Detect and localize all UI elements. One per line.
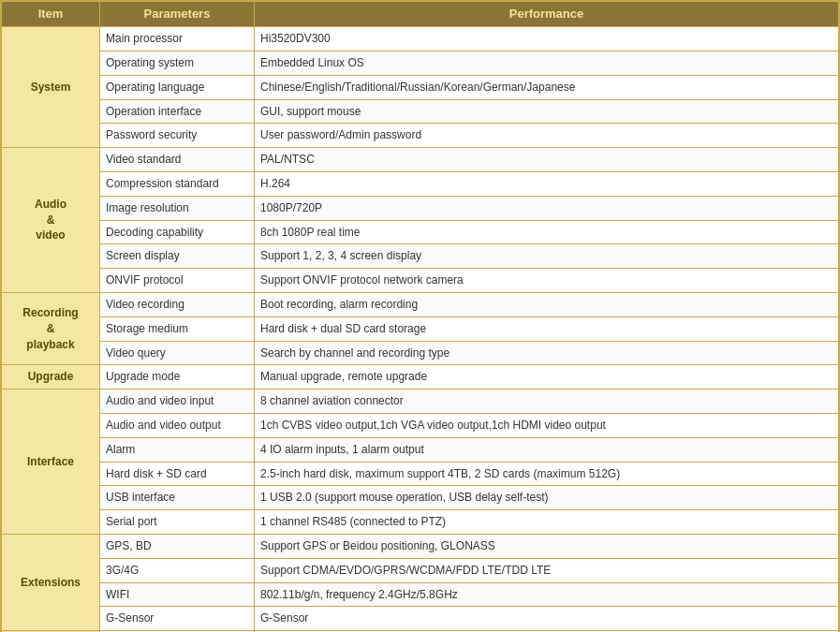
table-row: G-SensorG-Sensor <box>2 607 839 631</box>
table-row: Storage mediumHard disk + dual SD card s… <box>2 316 839 341</box>
param-cell: Operation interface <box>100 99 255 124</box>
spec-table: Item Parameters Performance SystemMain p… <box>1 1 839 632</box>
param-cell: Upgrade mode <box>100 365 255 389</box>
spec-table-wrapper: Item Parameters Performance SystemMain p… <box>0 0 840 632</box>
perf-cell: 8 channel aviation connector <box>255 389 839 414</box>
perf-cell: PAL/NTSC <box>255 148 839 172</box>
param-cell: Audio and video input <box>100 389 255 414</box>
table-row: Audio and video output1ch CVBS video out… <box>2 413 839 437</box>
param-cell: 3G/4G <box>100 558 255 582</box>
perf-cell: Chinese/English/Traditional/Russian/Kore… <box>255 75 839 99</box>
param-cell: WIFI <box>100 582 255 607</box>
perf-cell: Hard disk + dual SD card storage <box>255 316 839 341</box>
table-row: WIFI802.11b/g/n, frequency 2.4GHz/5.8GHz <box>2 582 839 607</box>
param-cell: Main processor <box>100 27 255 51</box>
table-row: Compression standardH.264 <box>2 171 839 196</box>
table-row: Alarm4 IO alarm inputs, 1 alarm output <box>2 437 839 462</box>
param-cell: Video query <box>100 341 255 365</box>
perf-cell: 802.11b/g/n, frequency 2.4GHz/5.8GHz <box>255 582 839 607</box>
perf-cell: User password/Admin password <box>255 124 839 148</box>
table-row: InterfaceAudio and video input8 channel … <box>2 389 839 414</box>
perf-cell: H.264 <box>255 171 839 196</box>
table-row: 3G/4GSupport CDMA/EVDO/GPRS/WCDMA/FDD LT… <box>2 558 839 582</box>
perf-cell: 1 channel RS485 (connected to PTZ) <box>255 510 839 535</box>
table-row: Operating systemEmbedded Linux OS <box>2 51 839 75</box>
table-row: Operating languageChinese/English/Tradit… <box>2 75 839 99</box>
param-cell: Alarm <box>100 437 255 462</box>
param-cell: Image resolution <box>100 196 255 220</box>
perf-cell: Hi3520DV300 <box>255 27 839 51</box>
param-cell: Operating system <box>100 51 255 75</box>
param-cell: Video recording <box>100 292 255 316</box>
param-cell: Operating language <box>100 75 255 99</box>
table-row: UpgradeUpgrade modeManual upgrade, remot… <box>2 365 839 389</box>
perf-cell: GUI, support mouse <box>255 99 839 124</box>
param-cell: Audio and video output <box>100 413 255 437</box>
perf-cell: 8ch 1080P real time <box>255 220 839 244</box>
param-cell: GPS, BD <box>100 534 255 558</box>
param-cell: G-Sensor <box>100 607 255 631</box>
item-cell: Upgrade <box>2 365 100 389</box>
perf-cell: Boot recording, alarm recording <box>255 292 839 316</box>
item-cell: System <box>2 27 100 148</box>
table-row: Decoding capability8ch 1080P real time <box>2 220 839 244</box>
item-cell: Audio&video <box>2 148 100 293</box>
perf-cell: 2.5-inch hard disk, maximum support 4TB,… <box>255 462 839 486</box>
perf-cell: G-Sensor <box>255 607 839 631</box>
table-row: Recording&playbackVideo recordingBoot re… <box>2 292 839 316</box>
table-row: Video querySearch by channel and recordi… <box>2 341 839 365</box>
table-row: Hard disk + SD card2.5-inch hard disk, m… <box>2 462 839 486</box>
param-cell: Video standard <box>100 148 255 172</box>
perf-cell: Support CDMA/EVDO/GPRS/WCDMA/FDD LTE/TDD… <box>255 558 839 582</box>
header-performance: Performance <box>255 2 839 27</box>
table-row: Operation interfaceGUI, support mouse <box>2 99 839 124</box>
table-row: Image resolution1080P/720P <box>2 196 839 220</box>
header-parameters: Parameters <box>100 2 255 27</box>
param-cell: Compression standard <box>100 171 255 196</box>
perf-cell: 4 IO alarm inputs, 1 alarm output <box>255 437 839 462</box>
perf-cell: Support 1, 2, 3, 4 screen display <box>255 244 839 269</box>
param-cell: Hard disk + SD card <box>100 462 255 486</box>
table-row: Audio&videoVideo standardPAL/NTSC <box>2 148 839 172</box>
perf-cell: 1ch CVBS video output,1ch VGA video outp… <box>255 413 839 437</box>
perf-cell: Search by channel and recording type <box>255 341 839 365</box>
param-cell: Storage medium <box>100 316 255 341</box>
header-item: Item <box>2 2 100 27</box>
param-cell: USB interface <box>100 486 255 510</box>
table-row: Screen displaySupport 1, 2, 3, 4 screen … <box>2 244 839 269</box>
perf-cell: 1080P/720P <box>255 196 839 220</box>
table-row: Password securityUser password/Admin pas… <box>2 124 839 148</box>
perf-cell: 1 USB 2.0 (support mouse operation, USB … <box>255 486 839 510</box>
table-row: Serial port1 channel RS485 (connected to… <box>2 510 839 535</box>
perf-cell: Support GPS or Beidou positioning, GLONA… <box>255 534 839 558</box>
param-cell: Screen display <box>100 244 255 269</box>
param-cell: Decoding capability <box>100 220 255 244</box>
perf-cell: Embedded Linux OS <box>255 51 839 75</box>
perf-cell: Support ONVIF protocol network camera <box>255 269 839 293</box>
perf-cell: Manual upgrade, remote upgrade <box>255 365 839 389</box>
item-cell: Extensions <box>2 534 100 630</box>
param-cell: Password security <box>100 124 255 148</box>
table-row: SystemMain processorHi3520DV300 <box>2 27 839 51</box>
item-cell: Recording&playback <box>2 292 100 364</box>
header-row: Item Parameters Performance <box>2 2 839 27</box>
table-row: USB interface1 USB 2.0 (support mouse op… <box>2 486 839 510</box>
table-row: ExtensionsGPS, BDSupport GPS or Beidou p… <box>2 534 839 558</box>
param-cell: Serial port <box>100 510 255 535</box>
param-cell: ONVIF protocol <box>100 269 255 293</box>
item-cell: Interface <box>2 389 100 535</box>
table-row: ONVIF protocolSupport ONVIF protocol net… <box>2 269 839 293</box>
